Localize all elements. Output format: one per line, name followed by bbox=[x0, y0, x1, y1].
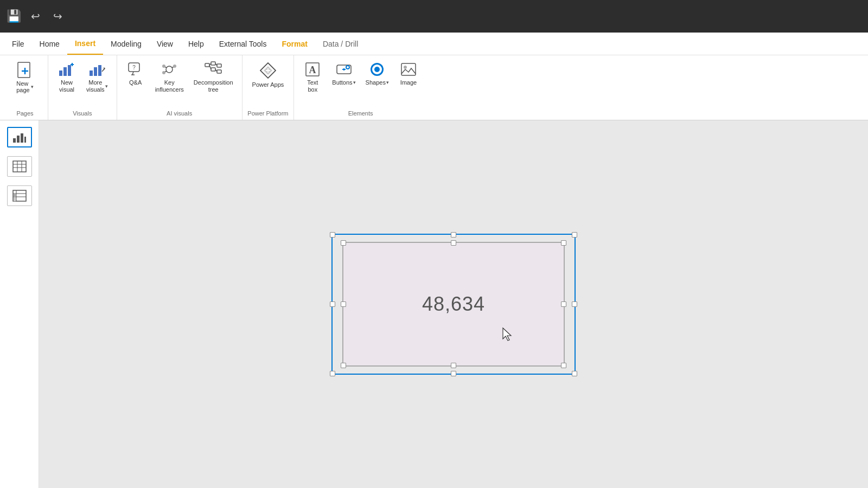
decomp-tree-label: Decompositiontree bbox=[194, 79, 233, 93]
handle-right-center[interactable] bbox=[572, 301, 577, 307]
svg-point-41 bbox=[374, 67, 380, 72]
bar-chart-icon bbox=[12, 131, 27, 144]
image-button[interactable]: Image bbox=[394, 57, 423, 88]
svg-rect-4 bbox=[63, 67, 67, 76]
ribbon-section-ai-visuals: ? Q&A Keyinfluencers bbox=[117, 55, 242, 120]
handle-bot-left[interactable] bbox=[330, 371, 335, 376]
ribbon-power-items: Power Apps bbox=[247, 57, 290, 108]
svg-rect-46 bbox=[21, 133, 23, 143]
card-inner: 48,634 bbox=[342, 242, 565, 367]
new-visual-button[interactable]: Newvisual bbox=[53, 57, 81, 95]
redo-button[interactable]: ↪ bbox=[50, 8, 66, 25]
menu-insert[interactable]: Insert bbox=[67, 33, 103, 55]
inner-handle-bot-left[interactable] bbox=[341, 363, 346, 368]
key-influencers-label: Keyinfluencers bbox=[155, 79, 184, 93]
pages-section-label: Pages bbox=[7, 108, 43, 118]
new-page-button[interactable]: Newpage ▾ bbox=[7, 57, 43, 95]
more-visuals-button[interactable]: Morevisuals ▾ bbox=[82, 57, 112, 95]
shapes-button[interactable]: Shapes ▾ bbox=[361, 57, 393, 88]
qa-label: Q&A bbox=[129, 79, 142, 86]
new-visual-label: Newvisual bbox=[59, 79, 74, 93]
sidebar-item-matrix[interactable] bbox=[7, 185, 32, 206]
ribbon: Newpage ▾ Pages Newvisual bbox=[0, 55, 868, 120]
svg-rect-44 bbox=[13, 138, 16, 143]
shapes-label: Shapes bbox=[366, 79, 386, 86]
buttons-button[interactable]: Buttons ▾ bbox=[328, 57, 360, 88]
ribbon-section-power-platform: Power Apps Power Platform bbox=[242, 55, 295, 120]
svg-line-29 bbox=[209, 65, 211, 69]
text-box-button[interactable]: A Textbox bbox=[298, 57, 327, 95]
image-label: Image bbox=[400, 79, 417, 86]
svg-rect-3 bbox=[59, 70, 62, 76]
svg-text:A: A bbox=[309, 65, 316, 75]
menu-data-drill[interactable]: Data / Drill bbox=[315, 33, 366, 55]
inner-handle-bot-center[interactable] bbox=[451, 363, 456, 368]
decomp-tree-icon bbox=[205, 61, 222, 78]
text-box-label: Textbox bbox=[307, 79, 318, 93]
sidebar-item-table[interactable] bbox=[7, 156, 32, 177]
svg-rect-57 bbox=[14, 194, 16, 197]
inner-handle-bot-right[interactable] bbox=[561, 363, 566, 368]
new-visual-icon bbox=[58, 61, 75, 78]
pages-sidebar bbox=[0, 120, 39, 488]
menu-home[interactable]: Home bbox=[32, 33, 67, 55]
svg-rect-25 bbox=[211, 68, 215, 71]
more-visuals-icon bbox=[88, 61, 106, 78]
buttons-arrow: ▾ bbox=[353, 80, 356, 85]
handle-bot-right[interactable] bbox=[572, 371, 577, 376]
card-outer[interactable]: 48,634 bbox=[331, 234, 576, 375]
text-box-icon: A bbox=[304, 61, 321, 78]
card-value: 48,634 bbox=[422, 293, 485, 316]
save-icon[interactable]: 💾 bbox=[7, 9, 21, 23]
inner-handle-top-left[interactable] bbox=[341, 240, 346, 246]
handle-left-center[interactable] bbox=[330, 301, 335, 307]
inner-handle-top-center[interactable] bbox=[451, 240, 456, 246]
undo-button[interactable]: ↩ bbox=[28, 8, 43, 25]
handle-top-right[interactable] bbox=[572, 232, 577, 237]
buttons-icon bbox=[335, 61, 353, 78]
svg-rect-26 bbox=[217, 64, 221, 67]
sidebar-item-bar-chart[interactable] bbox=[7, 127, 32, 147]
new-page-label: Newpage bbox=[16, 80, 29, 93]
title-bar: 💾 ↩ ↪ bbox=[0, 0, 868, 33]
svg-rect-48 bbox=[13, 161, 26, 172]
matrix-icon bbox=[12, 189, 27, 202]
handle-top-left[interactable] bbox=[330, 232, 335, 237]
elements-section-label: Elements bbox=[298, 108, 423, 118]
handle-bot-center[interactable] bbox=[451, 371, 456, 376]
inner-handle-right-center[interactable] bbox=[561, 301, 566, 307]
ribbon-visuals-items: Newvisual Morevisuals ▾ bbox=[53, 57, 112, 108]
menu-bar: File Home Insert Modeling View Help Exte… bbox=[0, 33, 868, 55]
menu-external-tools[interactable]: External Tools bbox=[212, 33, 275, 55]
svg-rect-27 bbox=[217, 70, 221, 73]
power-apps-icon bbox=[258, 61, 278, 80]
qa-button[interactable]: ? Q&A bbox=[122, 57, 150, 88]
svg-rect-47 bbox=[24, 137, 26, 143]
svg-point-38 bbox=[347, 66, 349, 68]
svg-rect-9 bbox=[94, 67, 97, 76]
canvas-area[interactable]: 48,634 bbox=[39, 120, 868, 488]
ribbon-ai-items: ? Q&A Keyinfluencers bbox=[122, 57, 238, 108]
svg-point-43 bbox=[404, 66, 407, 69]
new-page-icon bbox=[15, 61, 35, 80]
key-influencers-button[interactable]: Keyinfluencers bbox=[151, 57, 188, 95]
inner-handle-top-right[interactable] bbox=[561, 240, 566, 246]
svg-rect-8 bbox=[90, 70, 93, 76]
svg-rect-5 bbox=[68, 65, 71, 76]
inner-handle-left-center[interactable] bbox=[341, 301, 346, 307]
svg-rect-45 bbox=[17, 136, 20, 143]
svg-rect-58 bbox=[14, 197, 16, 201]
ribbon-section-pages: Newpage ▾ Pages bbox=[2, 55, 48, 120]
menu-modeling[interactable]: Modeling bbox=[103, 33, 149, 55]
more-visuals-arrow: ▾ bbox=[105, 84, 108, 89]
main-layout: 48,634 bbox=[0, 120, 868, 488]
handle-top-center[interactable] bbox=[451, 232, 456, 237]
menu-file[interactable]: File bbox=[4, 33, 32, 55]
menu-help[interactable]: Help bbox=[181, 33, 212, 55]
buttons-label: Buttons bbox=[332, 79, 352, 86]
menu-format[interactable]: Format bbox=[274, 33, 315, 55]
power-apps-button[interactable]: Power Apps bbox=[247, 57, 290, 92]
menu-view[interactable]: View bbox=[149, 33, 181, 55]
svg-point-21 bbox=[162, 71, 165, 74]
decomposition-tree-button[interactable]: Decompositiontree bbox=[189, 57, 238, 95]
